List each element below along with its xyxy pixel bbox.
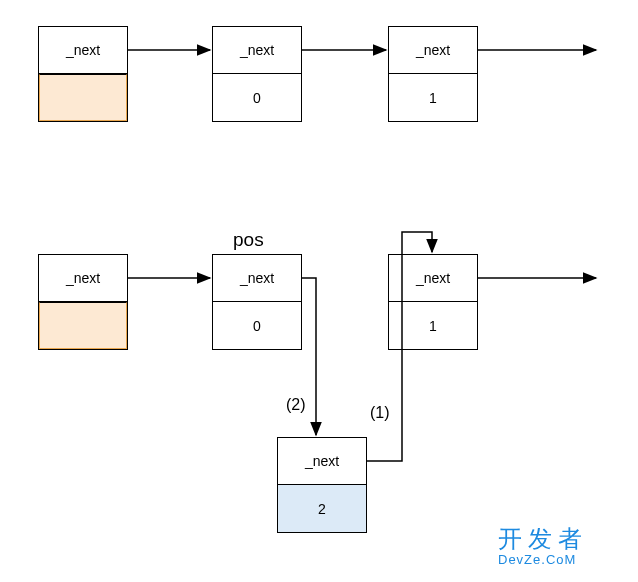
row2-head-node: _next (38, 254, 128, 350)
row2-node-1-top: _next (389, 255, 477, 302)
step1-label: (1) (370, 404, 390, 422)
row2-node-0-bottom: 0 (213, 302, 301, 349)
row1-node-1-bottom: 1 (389, 74, 477, 121)
row2-node-1-bottom: 1 (389, 302, 477, 349)
pos-label: pos (233, 229, 264, 251)
row2-node-0-top: _next (213, 255, 301, 302)
row2-head-top: _next (39, 255, 127, 302)
step2-label: (2) (286, 396, 306, 414)
row1-node-0: _next 0 (212, 26, 302, 122)
row1-node-0-bottom: 0 (213, 74, 301, 121)
inserted-node: _next 2 (277, 437, 367, 533)
row1-head-top: _next (39, 27, 127, 74)
inserted-node-top: _next (278, 438, 366, 485)
watermark-brand: 开发者 (498, 523, 588, 555)
row2-node-1: _next 1 (388, 254, 478, 350)
row2-node-0: _next 0 (212, 254, 302, 350)
row1-node-0-top: _next (213, 27, 301, 74)
row1-node-1: _next 1 (388, 26, 478, 122)
row2-head-bottom (39, 302, 127, 349)
row1-head-bottom (39, 74, 127, 121)
row1-node-1-top: _next (389, 27, 477, 74)
row1-head-node: _next (38, 26, 128, 122)
inserted-node-bottom: 2 (278, 485, 366, 532)
watermark-sub: DevZe.CoM (498, 552, 576, 567)
